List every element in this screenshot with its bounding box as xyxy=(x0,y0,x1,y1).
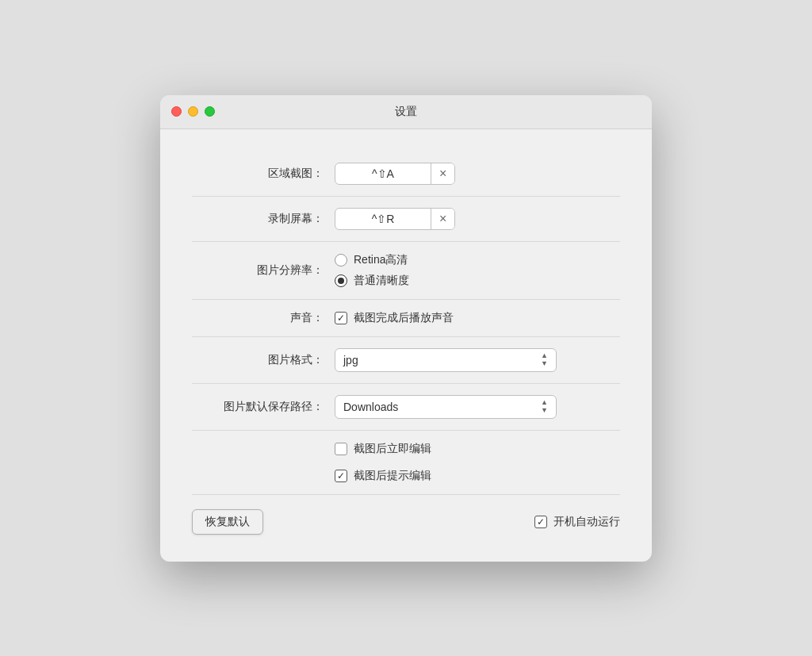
edit-immediately-row: 截图后立即编辑 xyxy=(192,431,620,458)
titlebar: 设置 xyxy=(160,95,652,129)
save-path-label: 图片默认保存路径： xyxy=(192,400,335,414)
image-format-value: jpg xyxy=(343,354,358,366)
image-format-row: 图片格式： jpg ▲ ▼ xyxy=(192,337,620,384)
prompt-edit-label: 截图后提示编辑 xyxy=(354,469,431,483)
record-screen-field: ^⇧R × xyxy=(335,208,455,230)
sound-label: 声音： xyxy=(192,311,335,325)
prompt-edit-checkbox[interactable]: 截图后提示编辑 xyxy=(335,469,431,483)
record-screen-label: 录制屏幕： xyxy=(192,212,335,226)
play-sound-label: 截图完成后播放声音 xyxy=(354,311,454,325)
edit-immediately-checkbox[interactable]: 截图后立即编辑 xyxy=(335,442,431,456)
save-path-value: Downloads xyxy=(343,401,398,413)
radio-retina-circle[interactable] xyxy=(335,254,347,267)
settings-window: 设置 区域截图： ^⇧A × 录制屏幕： ^⇧R × xyxy=(160,95,652,562)
radio-normal-circle[interactable] xyxy=(335,274,347,287)
record-screen-hotkey-value: ^⇧R xyxy=(335,213,431,225)
auto-launch-checkbox[interactable]: 开机自动运行 xyxy=(534,515,620,529)
reset-button[interactable]: 恢复默认 xyxy=(192,509,263,535)
play-sound-checkbox-box[interactable] xyxy=(335,312,347,324)
radio-retina[interactable]: Retina高清 xyxy=(335,253,409,267)
radio-normal[interactable]: 普通清晰度 xyxy=(335,274,409,288)
record-screen-row: 录制屏幕： ^⇧R × xyxy=(192,197,620,242)
image-resolution-row: 图片分辨率： Retina高清 普通清晰度 xyxy=(192,242,620,300)
resolution-radio-group: Retina高清 普通清晰度 xyxy=(335,253,409,288)
close-button[interactable] xyxy=(171,106,182,117)
auto-launch-checkbox-box[interactable] xyxy=(534,516,547,528)
radio-retina-label: Retina高清 xyxy=(354,253,408,267)
maximize-button[interactable] xyxy=(205,106,215,117)
image-format-arrows: ▲ ▼ xyxy=(541,352,548,368)
prompt-edit-row: 截图后提示编辑 xyxy=(192,458,620,495)
radio-normal-label: 普通清晰度 xyxy=(354,274,409,288)
save-path-row: 图片默认保存路径： Downloads ▲ ▼ xyxy=(192,384,620,431)
prompt-edit-checkbox-box[interactable] xyxy=(335,470,347,482)
sound-row: 声音： 截图完成后播放声音 xyxy=(192,300,620,337)
play-sound-checkbox[interactable]: 截图完成后播放声音 xyxy=(335,311,454,325)
area-screenshot-label: 区域截图： xyxy=(192,167,335,181)
image-resolution-label: 图片分辨率： xyxy=(192,263,335,278)
auto-launch-label: 开机自动运行 xyxy=(553,515,620,529)
image-format-label: 图片格式： xyxy=(192,353,335,367)
area-screenshot-hotkey-value: ^⇧A xyxy=(335,167,431,180)
edit-immediately-label: 截图后立即编辑 xyxy=(354,442,431,456)
image-format-select[interactable]: jpg ▲ ▼ xyxy=(335,348,557,372)
save-path-arrows: ▲ ▼ xyxy=(541,399,548,415)
area-screenshot-hotkey-box[interactable]: ^⇧A × xyxy=(335,163,455,185)
traffic-lights xyxy=(171,106,215,117)
settings-content: 区域截图： ^⇧A × 录制屏幕： ^⇧R × 图片分辨率： xyxy=(160,129,652,562)
area-screenshot-row: 区域截图： ^⇧A × xyxy=(192,152,620,197)
edit-immediately-checkbox-box[interactable] xyxy=(335,443,347,455)
record-screen-clear-button[interactable]: × xyxy=(431,209,454,229)
record-screen-hotkey-box[interactable]: ^⇧R × xyxy=(335,208,455,230)
area-screenshot-field: ^⇧A × xyxy=(335,163,455,185)
window-title: 设置 xyxy=(395,105,417,119)
minimize-button[interactable] xyxy=(188,106,198,117)
save-path-select[interactable]: Downloads ▲ ▼ xyxy=(335,395,557,419)
bottom-bar: 恢复默认 开机自动运行 xyxy=(192,495,620,538)
area-screenshot-clear-button[interactable]: × xyxy=(431,163,454,184)
